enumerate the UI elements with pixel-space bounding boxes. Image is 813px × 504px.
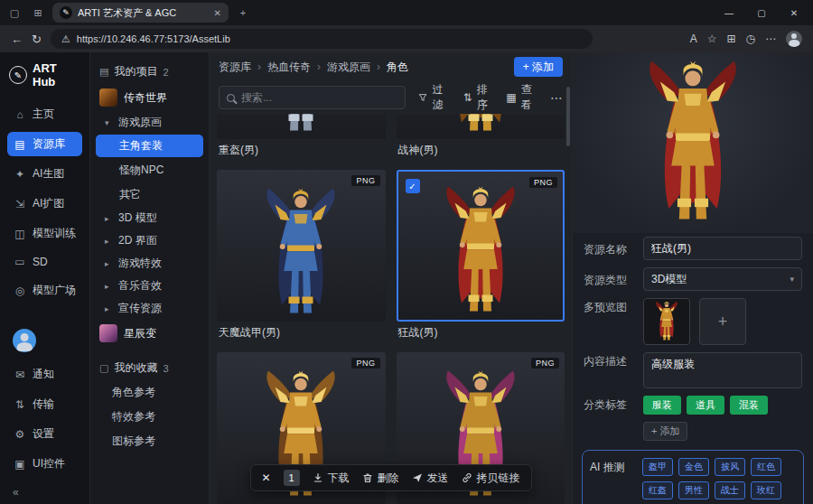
category-tag[interactable]: 服装 (643, 396, 681, 415)
ai-tag[interactable]: 男性 (678, 481, 709, 499)
format-badge: PNG (351, 358, 379, 369)
sidebar-item-label: AI扩图 (33, 196, 64, 211)
description-textarea[interactable]: 高级服装 (643, 352, 802, 388)
breadcrumb-item[interactable]: 热血传奇 (267, 60, 311, 75)
ai-tag[interactable]: 红色 (751, 458, 781, 476)
refresh-icon[interactable]: ↻ (32, 33, 42, 46)
workspace-icon[interactable]: ▢ (5, 7, 23, 19)
download-button[interactable]: 下载 (313, 471, 350, 486)
ai-tag[interactable]: 战士 (715, 481, 745, 499)
asset-card-selected[interactable]: ✓ PNG 狂战(男) (397, 170, 565, 343)
app-logo: ✎ ART Hub (0, 60, 89, 99)
asset-card[interactable]: PNG 重盔(男) (217, 114, 386, 161)
sidebar-item-notifications[interactable]: ✉ 通知 (7, 362, 82, 387)
browser-profile-avatar[interactable] (786, 31, 802, 47)
user-avatar[interactable] (13, 329, 36, 352)
clear-selection-icon[interactable]: ✕ (261, 471, 270, 484)
ai-tag[interactable]: 金色 (678, 458, 709, 476)
new-tab-icon[interactable]: + (234, 7, 252, 18)
tree-group-3d-models[interactable]: ▸ 3D 模型 (90, 207, 209, 229)
search-input[interactable] (241, 91, 397, 104)
breadcrumb-item[interactable]: 资源库 (219, 60, 251, 75)
tree-item-others[interactable]: 其它 (90, 182, 209, 207)
tab-list-icon[interactable]: ⊞ (29, 7, 47, 19)
sidebar-item-ai-image[interactable]: ✦ AI生图 (7, 162, 82, 186)
ai-tag[interactable]: 盔甲 (642, 458, 673, 476)
asset-card[interactable]: PNG 天魔战甲(男) (217, 170, 386, 343)
asset-name-label: 资源名称 (584, 240, 636, 257)
browser-tab[interactable]: ✎ ARTI 艺术资产 & AGC ✕ (52, 3, 229, 23)
checkbox-checked-icon[interactable]: ✓ (406, 179, 420, 193)
browser-toolbar: ← ↻ ⚠ https://10.246.46.77:5173/AssetLib… (0, 25, 813, 52)
tree-group-promo[interactable]: ▸ 宣传资源 (90, 297, 209, 320)
add-preview-button[interactable]: + (699, 298, 746, 345)
collapse-sidebar-button[interactable]: « (0, 479, 89, 499)
tree-group-vfx[interactable]: ▸ 游戏特效 (90, 252, 209, 275)
sidebar-item-assets[interactable]: ▤ 资源库 (7, 132, 82, 156)
copy-link-button[interactable]: 拷贝链接 (462, 471, 520, 486)
add-tag-button[interactable]: + 添加 (643, 422, 687, 441)
ai-tag[interactable]: 玫红 (751, 481, 781, 499)
maximize-icon[interactable]: ▢ (748, 8, 775, 18)
delete-button[interactable]: 删除 (362, 471, 399, 486)
sidebar-item-model-training[interactable]: ◫ 模型训练 (7, 221, 82, 246)
sidebar-item-ai-expand[interactable]: ⇲ AI扩图 (7, 191, 82, 216)
sidebar-item-sd[interactable]: ▭ SD (7, 251, 82, 273)
tree-group-2d-ui[interactable]: ▸ 2D 界面 (90, 229, 209, 252)
favorite-star-icon[interactable]: ☆ (707, 33, 717, 45)
tree-group-concept-art[interactable]: ▾ 游戏原画 (90, 111, 209, 134)
scrollbar-thumb[interactable] (566, 87, 570, 146)
more-menu-icon[interactable]: ⋯ (765, 33, 776, 45)
tree-group-audio[interactable]: ▸ 音乐音效 (90, 275, 209, 297)
preview-thumbnail[interactable] (643, 298, 690, 345)
breadcrumb-separator (317, 61, 321, 73)
sidebar-item-model-plaza[interactable]: ◎ 模型广场 (7, 278, 82, 303)
back-icon[interactable]: ← (11, 33, 23, 46)
category-tag[interactable]: 道具 (687, 396, 724, 415)
sidebar-item-label: 模型训练 (33, 226, 76, 241)
chevron-right-icon: ▸ (105, 237, 114, 246)
breadcrumb-item[interactable]: 角色 (387, 60, 408, 75)
gear-icon: ⚙ (14, 428, 26, 441)
tree-item-hero-suits[interactable]: 主角套装 (96, 135, 203, 157)
favorite-item-icon-ref[interactable]: 图标参考 (90, 429, 209, 453)
ai-tag[interactable]: 红盔 (642, 481, 673, 499)
breadcrumb-item[interactable]: 游戏原画 (327, 60, 370, 75)
category-tag[interactable]: 混装 (730, 396, 768, 415)
asset-type-select[interactable]: 3D模型 ▾ (643, 267, 802, 291)
ai-inference-panel: AI 推测 盔甲 金色 披风 红色 红盔 男性 战士 玫红 全身 正常 (582, 450, 804, 504)
read-aloud-icon[interactable]: A (690, 33, 697, 45)
tree-item-monster-npc[interactable]: 怪物NPC (90, 158, 209, 182)
ai-tag[interactable]: 披风 (715, 458, 745, 476)
asset-name-input[interactable] (643, 237, 802, 260)
favorite-item-vfx-ref[interactable]: 特效参考 (90, 405, 209, 429)
more-options-icon[interactable]: ⋯ (550, 90, 563, 105)
project-item-xingchenbian[interactable]: 星辰变 (90, 320, 209, 347)
favorites-count: 3 (163, 363, 168, 374)
favorite-item-character-ref[interactable]: 角色参考 (90, 380, 209, 405)
favorites-header: ▢ 我的收藏 3 (90, 356, 209, 380)
filter-button[interactable]: 过滤 (418, 82, 450, 113)
ai-tag-list: 盔甲 金色 披风 红色 红盔 男性 战士 玫红 全身 正常 (642, 458, 796, 504)
trash-icon (362, 472, 373, 483)
close-icon[interactable]: ✕ (780, 8, 808, 18)
minimize-icon[interactable]: — (715, 8, 743, 18)
history-icon[interactable]: ◷ (746, 33, 755, 45)
field-description: 内容描述 高级服装 (573, 349, 813, 392)
project-avatar (99, 324, 117, 342)
search-box[interactable] (219, 86, 406, 109)
chevron-down-icon: ▾ (105, 118, 114, 127)
send-button[interactable]: 发送 (412, 471, 449, 486)
sort-button[interactable]: ⇅ 排序 (463, 82, 494, 113)
asset-card[interactable]: PNG 战神(男) (397, 114, 565, 161)
sidebar-item-settings[interactable]: ⚙ 设置 (7, 422, 82, 446)
sidebar-item-ui-widgets[interactable]: ▣ UI控件 (7, 452, 82, 476)
tab-close-icon[interactable]: ✕ (214, 8, 221, 18)
view-button[interactable]: ▦ 查看 (506, 82, 537, 113)
add-asset-button[interactable]: + 添加 (514, 57, 563, 77)
sidebar-item-transfer[interactable]: ⇅ 传输 (7, 392, 82, 416)
collections-icon[interactable]: ⊞ (726, 33, 735, 45)
project-item-legend-world[interactable]: 传奇世界 (90, 84, 209, 111)
sidebar-item-home[interactable]: ⌂ 主页 (7, 102, 82, 126)
address-bar[interactable]: ⚠ https://10.246.46.77:5173/AssetLib (51, 29, 593, 49)
